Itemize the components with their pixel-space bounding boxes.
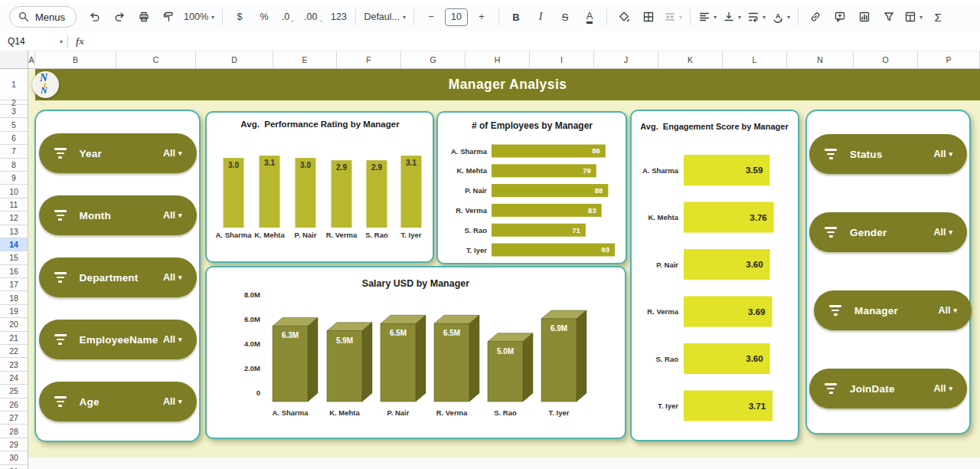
row-header-17[interactable]: 17 [0,278,28,291]
insert-link-button[interactable] [803,7,828,27]
row-header-9[interactable]: 9 [0,172,28,185]
row-header-18[interactable]: 18 [0,291,28,304]
slicer-department[interactable]: DepartmentAll▾ [39,257,197,297]
slicer-value-dropdown[interactable]: All▾ [163,210,182,221]
text-rotation-button[interactable]: A▾ [769,7,793,27]
chart-performance-rating[interactable]: Avg. Performance Rating by Manager3.0A. … [205,111,434,263]
decrease-font-size-button[interactable]: − [419,7,443,27]
column-header-C[interactable]: C [116,51,196,69]
bold-button[interactable]: B [504,7,528,27]
row-header-7[interactable]: 7 [0,145,28,158]
slicer-age[interactable]: AgeAll▾ [39,382,197,421]
increase-font-size-button[interactable]: + [469,7,494,27]
table-button[interactable]: ▾ [901,7,926,27]
row-header-31[interactable]: 31 [0,465,28,469]
strikethrough-button[interactable]: S [553,7,577,27]
column-header-I[interactable]: I [530,51,594,69]
slicer-value-dropdown[interactable]: All▾ [163,148,182,159]
row-header-19[interactable]: 19 [0,305,28,318]
text-wrap-button[interactable]: ▾ [744,7,769,27]
slicer-value-dropdown[interactable]: All▾ [163,396,182,407]
slicer-value-dropdown[interactable]: All▾ [163,334,182,345]
slicer-year[interactable]: YearAll▾ [39,133,197,173]
font-select[interactable]: Defaul...▾ [361,7,409,27]
text-color-button[interactable]: A [577,7,602,27]
row-header-20[interactable]: 20 [0,318,28,331]
more-formats-button[interactable]: 123 [326,7,351,27]
merge-cells-button[interactable]: ▾ [661,7,685,27]
row-header-8[interactable]: 8 [0,159,28,172]
row-header-26[interactable]: 26 [0,398,28,412]
fx-icon[interactable]: fx [76,35,84,48]
row-header-11[interactable]: 11 [0,198,28,212]
column-header-B[interactable]: B [35,51,116,69]
row-header-13[interactable]: 13 [0,225,28,238]
column-header-P[interactable]: P [918,51,980,69]
create-filter-button[interactable] [877,7,901,27]
slicer-month[interactable]: MonthAll▾ [39,195,197,235]
column-header-H[interactable]: H [466,51,530,69]
column-header-D[interactable]: D [196,51,273,69]
row-header-30[interactable]: 30 [0,451,28,464]
increase-decimal-button[interactable]: .00→ [301,7,326,27]
row-header-21[interactable]: 21 [0,332,28,345]
slicer-employeename[interactable]: EmployeeNameAll▾ [39,320,197,359]
column-header-G[interactable]: G [401,51,466,69]
row-header-3[interactable]: 3 [0,105,28,118]
print-button[interactable] [132,7,156,27]
italic-button[interactable]: I [528,7,553,27]
vertical-align-button[interactable]: ▾ [720,7,744,27]
row-header-27[interactable]: 27 [0,412,28,425]
paint-format-button[interactable] [156,7,181,27]
currency-format-button[interactable]: $ [227,7,252,27]
row-header-28[interactable]: 28 [0,425,28,438]
slicer-joindate[interactable]: JoinDateAll▾ [809,369,967,408]
row-header-25[interactable]: 25 [0,385,28,398]
row-header-14[interactable]: 14 [0,238,28,251]
zoom-select[interactable]: 100%▾ [181,7,217,27]
row-header-5[interactable]: 5 [0,118,28,131]
row-header-12[interactable]: 12 [0,212,28,225]
column-header-E[interactable]: E [273,51,337,69]
chart-salary-usd[interactable]: Salary USD by Manager8.0M6.0M4.0M2.0M06.… [205,266,626,439]
redo-button[interactable] [107,7,132,27]
slicer-value-dropdown[interactable]: All▾ [933,227,952,238]
slicer-value-dropdown[interactable]: All▾ [938,305,957,316]
column-header-O[interactable]: O [854,51,918,69]
row-header-10[interactable]: 10 [0,185,28,198]
decrease-decimal-button[interactable]: .0← [276,7,301,27]
slicer-status[interactable]: StatusAll▾ [809,134,967,174]
slicer-manager[interactable]: ManagerAll▾ [814,290,972,330]
row-header-16[interactable]: 16 [0,265,28,278]
column-header-K[interactable]: K [658,51,723,69]
chart-engagement-score[interactable]: Avg. Engagement Score by ManagerA. Sharm… [630,110,799,441]
horizontal-align-button[interactable]: ▾ [695,7,720,27]
functions-button[interactable]: Σ [926,7,950,27]
slicer-value-dropdown[interactable]: All▾ [163,272,182,283]
borders-button[interactable] [636,7,661,27]
undo-button[interactable] [83,7,107,27]
row-header-6[interactable]: 6 [0,132,28,145]
select-all-corner[interactable] [0,51,28,69]
font-size-input[interactable]: 10 [445,8,468,26]
column-header-A[interactable]: A [28,51,35,69]
name-box[interactable]: Q14 ▾ [0,36,63,47]
menus-button[interactable]: Menus [9,6,77,28]
slicer-gender[interactable]: GenderAll▾ [809,212,967,252]
slicer-value-dropdown[interactable]: All▾ [933,383,952,394]
column-header-L[interactable]: L [723,51,787,69]
insert-chart-button[interactable] [852,7,877,27]
column-header-F[interactable]: F [337,51,401,69]
row-header-1[interactable]: 1 [0,69,28,100]
column-header-J[interactable]: J [594,51,658,69]
row-header-29[interactable]: 29 [0,438,28,451]
chart-employee-count[interactable]: # of Employees by ManagerA. Sharma86K. M… [436,111,627,264]
row-header-22[interactable]: 22 [0,345,28,358]
fill-color-button[interactable] [612,7,636,27]
percent-format-button[interactable]: % [252,7,276,27]
column-header-N[interactable]: N [787,51,854,69]
insert-comment-button[interactable] [828,7,852,27]
slicer-value-dropdown[interactable]: All▾ [933,149,952,159]
row-header-24[interactable]: 24 [0,372,28,385]
row-header-15[interactable]: 15 [0,251,28,264]
